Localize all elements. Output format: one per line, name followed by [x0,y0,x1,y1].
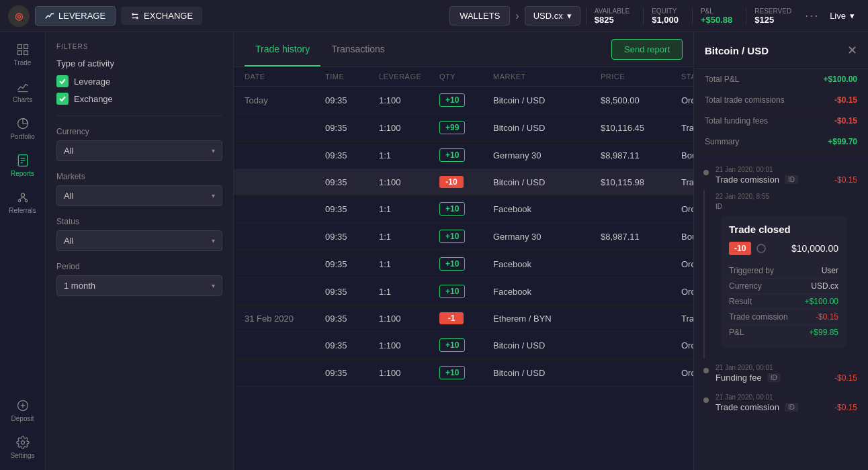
cell-time: 09:35 [325,177,379,187]
cell-time: 09:35 [325,204,379,214]
leverage-button[interactable]: LEVERAGE [35,6,116,26]
table-row[interactable]: Today 09:35 1:100 +10 Bitcoin / USD $8,5… [234,87,693,114]
cell-status: Order cancelled [681,287,693,297]
exchange-checkbox[interactable]: Exchange [56,93,222,105]
cell-qty: +10 [439,202,493,216]
table-row[interactable]: 09:35 1:100 +10 Bitcoin / USD Order canc… [234,359,693,387]
topbar: ◎ LEVERAGE EXCHANGE WALLETS › USD.cx ▾ A… [0,0,868,32]
qty-badge: +10 [439,93,465,107]
sidebar-item-deposit[interactable]: Deposit [3,393,43,428]
status-select-arrow: ▾ [212,237,215,244]
tab-bar: Trade history Transactions Send report [234,32,693,67]
nav-arrow-button[interactable]: › [515,10,519,22]
currency-select-arrow: ▾ [212,147,215,154]
cell-status: Trade opened [681,123,693,133]
sidebar-item-settings[interactable]: Settings [3,430,43,465]
qty-badge: +10 [439,338,465,352]
header-leverage: LEVERAGE [379,73,439,81]
sidebar-item-portfolio[interactable]: Portfolio [3,111,43,146]
header-time: TIME [325,73,379,81]
sidebar-item-trade[interactable]: Trade [3,38,43,72]
timeline-id-badge: ID [785,175,798,184]
svg-rect-0 [17,45,21,49]
table-row[interactable]: 31 Feb 2020 09:35 1:100 -1 Etherem / BYN… [234,306,693,332]
cell-status: Bought [681,232,693,242]
table-row[interactable]: 09:35 1:100 +99 Bitcoin / USD $10,116.45… [234,114,693,142]
cell-market: Bitcoin / USD [493,177,601,187]
markets-select[interactable]: All ▾ [56,185,222,206]
period-select-arrow: ▾ [212,282,215,289]
status-select[interactable]: All ▾ [56,230,222,251]
cell-qty: +10 [439,93,493,107]
main-layout: Trade Charts Portfolio Reports Referrals… [0,32,868,470]
tab-trade-history[interactable]: Trade history [245,33,320,66]
sidebar-item-reports[interactable]: Reports [3,148,43,183]
table-body: Today 09:35 1:100 +10 Bitcoin / USD $8,5… [234,87,693,387]
wallets-button[interactable]: WALLETS [449,6,510,26]
cell-market: Bitcoin / USD [493,95,601,105]
exchange-button[interactable]: EXCHANGE [121,7,202,25]
cell-price: $10,116.45 [601,123,681,133]
header-qty: QTY [439,73,493,81]
cell-leverage: 1:1 [379,150,439,160]
cell-status: Order placed [681,95,693,105]
trade-currency: Currency USD.cx [729,279,838,294]
qty-badge: +10 [439,148,465,162]
trade-closed-title: Trade closed [729,224,838,235]
currency-select[interactable]: All ▾ [56,140,222,161]
cell-market: Germany 30 [493,150,601,160]
qty-badge: +10 [439,285,465,298]
trade-qty-badge: -10 [729,242,751,255]
sidebar-item-charts[interactable]: Charts [3,75,43,109]
cell-market: Facebook [493,259,601,269]
table-row[interactable]: 09:35 1:100 +10 Bitcoin / USD Order canc… [234,332,693,359]
qty-badge: +10 [439,202,465,216]
filters-label: FILTERS [56,43,222,50]
table-row[interactable]: 09:35 1:1 +10 Germany 30 $8,987.11 Bough… [234,223,693,250]
cell-qty: -10 [439,176,493,188]
table-row[interactable]: 09:35 1:1 +10 Facebook Order cancelled › [234,278,693,306]
leverage-checkbox-box [56,75,69,87]
cell-market: Etherem / BYN [493,314,601,324]
cell-qty: +10 [439,285,493,298]
main-content: Trade history Transactions Send report D… [234,32,693,470]
send-report-button[interactable]: Send report [611,39,683,60]
table-header: DATE TIME LEVERAGE QTY MARKET PRICE STAT… [234,67,693,87]
cell-market: Bitcoin / USD [493,368,601,378]
cell-status: Bought [681,150,693,160]
qty-badge: +99 [439,121,465,134]
logo: ◎ [8,5,30,27]
cell-time: 09:35 [325,150,379,160]
cell-leverage: 1:1 [379,287,439,297]
table-row[interactable]: 09:35 1:100 -10 Bitcoin / USD $10,115.98… [234,169,693,195]
close-panel-button[interactable]: ✕ [847,43,857,58]
header-market: MARKET [493,73,601,81]
equity-stat: EQUITY $1,000 [643,7,687,25]
summary-commissions: Total trade comissions -$0.15 [694,90,868,111]
cell-time: 09:35 [325,95,379,105]
right-panel-title: Bitcoin / USD [705,45,769,56]
leverage-checkbox[interactable]: Leverage [56,75,222,87]
currency-selector[interactable]: USD.cx ▾ [525,6,580,26]
cell-leverage: 1:100 [379,314,439,324]
timeline-dot [703,170,709,175]
svg-rect-3 [24,51,28,55]
more-options-button[interactable]: ··· [805,9,819,23]
timeline-item-3: 21 Jan 2020, 00:01 Trade comission ID -$… [694,388,868,418]
cell-leverage: 1:100 [379,340,439,350]
activity-type-label: Type of activity [56,58,222,68]
qty-badge: +10 [439,230,465,243]
live-indicator[interactable]: Live ▾ [824,11,860,21]
timeline-id-badge-3: ID [785,403,798,412]
sidebar-item-referrals[interactable]: Referrals [3,185,43,220]
period-select[interactable]: 1 month ▾ [56,275,222,296]
table-row[interactable]: 09:35 1:1 +10 Facebook Order cancelled › [234,195,693,223]
tab-transactions[interactable]: Transactions [320,33,396,66]
markets-filter: Markets All ▾ [56,172,222,206]
cell-time: 09:35 [325,232,379,242]
table-row[interactable]: 09:35 1:1 +10 Facebook Order cancelled › [234,250,693,278]
cell-status: Order cancelled [681,204,693,214]
cell-time: 09:35 [325,287,379,297]
cell-status: Trade closed [681,177,693,187]
table-row[interactable]: 09:35 1:1 +10 Germany 30 $8,987.11 Bough… [234,142,693,169]
